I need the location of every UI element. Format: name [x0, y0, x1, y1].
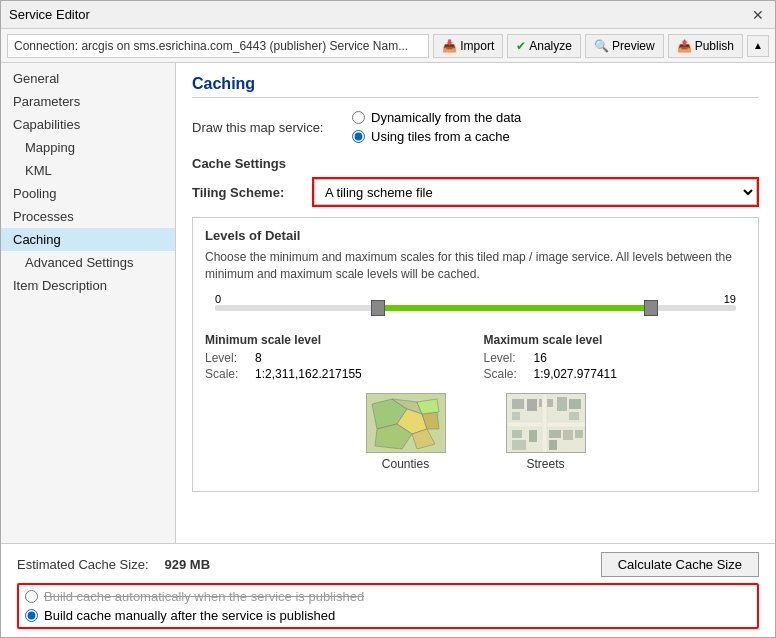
expand-button[interactable]: ▲	[747, 35, 769, 57]
max-scale-col: Maximum scale level Level: 16 Scale: 1:9…	[484, 333, 747, 383]
radio-dynamic-input[interactable]	[352, 111, 365, 124]
streets-label: Streets	[526, 457, 564, 471]
levels-title: Levels of Detail	[205, 228, 746, 243]
sidebar-item-advanced-settings[interactable]: Advanced Settings	[1, 251, 175, 274]
preview-row: Counties	[205, 393, 746, 471]
min-level-label: Level:	[205, 351, 255, 365]
svg-rect-22	[563, 430, 573, 440]
close-button[interactable]: ✕	[749, 6, 767, 24]
cache-size-label: Estimated Cache Size:	[17, 557, 149, 572]
radio-manual-build[interactable]: Build cache manually after the service i…	[25, 608, 751, 623]
content-area: Caching Draw this map service: Dynamical…	[176, 63, 775, 543]
radio-auto-input[interactable]	[25, 590, 38, 603]
slider-track	[215, 305, 736, 311]
cache-size-value: 929 MB	[165, 557, 211, 572]
max-level-value: 16	[534, 351, 547, 365]
sidebar-item-mapping[interactable]: Mapping	[1, 136, 175, 159]
sidebar-item-general[interactable]: General	[1, 67, 175, 90]
counties-thumbnail	[366, 393, 446, 453]
svg-rect-10	[512, 412, 520, 420]
max-level-field: Level: 16	[484, 351, 747, 365]
cache-settings-title: Cache Settings	[192, 156, 759, 171]
max-scale-title: Maximum scale level	[484, 333, 747, 347]
sidebar-item-kml[interactable]: KML	[1, 159, 175, 182]
cache-size-row: Estimated Cache Size: 929 MB Calculate C…	[17, 552, 759, 577]
calculate-cache-button[interactable]: Calculate Cache Size	[601, 552, 759, 577]
svg-rect-19	[512, 440, 526, 450]
slider-min-label: 0	[215, 293, 221, 305]
analyze-icon: ✔	[516, 39, 526, 53]
tiling-scheme-row: Tiling Scheme: A tiling scheme file	[192, 177, 759, 207]
svg-rect-13	[557, 397, 567, 411]
svg-rect-11	[527, 399, 537, 411]
window-title: Service Editor	[9, 7, 90, 22]
tiling-select-wrapper: A tiling scheme file	[312, 177, 759, 207]
svg-rect-20	[529, 430, 537, 442]
publish-button[interactable]: 📤 Publish	[668, 34, 743, 58]
svg-rect-23	[575, 430, 583, 438]
max-level-label: Level:	[484, 351, 534, 365]
preview-counties: Counties	[366, 393, 446, 471]
scale-slider[interactable]: 0 19	[205, 293, 746, 323]
sidebar-item-capabilities[interactable]: Capabilities	[1, 113, 175, 136]
slider-max-label: 19	[724, 293, 736, 305]
radio-dynamic[interactable]: Dynamically from the data	[352, 110, 521, 125]
radio-auto-build[interactable]: Build cache automatically when the servi…	[25, 589, 751, 604]
preview-button[interactable]: 🔍 Preview	[585, 34, 664, 58]
draw-service-radio-group: Dynamically from the data Using tiles fr…	[352, 110, 521, 144]
slider-thumb-min[interactable]	[371, 300, 385, 316]
sidebar-item-item-description[interactable]: Item Description	[1, 274, 175, 297]
min-scale-field: Scale: 1:2,311,162.217155	[205, 367, 468, 381]
levels-section: Levels of Detail Choose the minimum and …	[192, 217, 759, 492]
svg-rect-14	[569, 399, 581, 409]
svg-rect-21	[549, 430, 561, 438]
radio-manual-input[interactable]	[25, 609, 38, 622]
cache-build-radio-group: Build cache automatically when the servi…	[17, 583, 759, 629]
max-scale-value: 1:9,027.977411	[534, 367, 617, 381]
min-scale-title: Minimum scale level	[205, 333, 468, 347]
draw-service-label: Draw this map service:	[192, 120, 352, 135]
publish-icon: 📤	[677, 39, 692, 53]
preview-icon: 🔍	[594, 39, 609, 53]
streets-thumbnail	[506, 393, 586, 453]
sidebar-item-caching[interactable]: Caching	[1, 228, 175, 251]
min-level-value: 8	[255, 351, 262, 365]
svg-rect-9	[512, 399, 524, 409]
connection-info: Connection: arcgis on sms.esrichina.com_…	[7, 34, 429, 58]
levels-desc: Choose the minimum and maximum scales fo…	[205, 249, 746, 283]
counties-label: Counties	[382, 457, 429, 471]
radio-tiles[interactable]: Using tiles from a cache	[352, 129, 521, 144]
analyze-button[interactable]: ✔ Analyze	[507, 34, 581, 58]
bottom-bar: Estimated Cache Size: 929 MB Calculate C…	[1, 543, 775, 637]
min-scale-col: Minimum scale level Level: 8 Scale: 1:2,…	[205, 333, 468, 383]
sidebar-item-processes[interactable]: Processes	[1, 205, 175, 228]
svg-rect-17	[542, 394, 547, 453]
slider-thumb-max[interactable]	[644, 300, 658, 316]
import-button[interactable]: 📥 Import	[433, 34, 503, 58]
sidebar: General Parameters Capabilities Mapping …	[1, 63, 176, 543]
toolbar: Connection: arcgis on sms.esrichina.com_…	[1, 29, 775, 63]
slider-fill	[371, 305, 658, 311]
tiling-scheme-label: Tiling Scheme:	[192, 185, 312, 200]
title-bar: Service Editor ✕	[1, 1, 775, 29]
tiling-scheme-select[interactable]: A tiling scheme file	[314, 179, 757, 205]
min-scale-value: 1:2,311,162.217155	[255, 367, 362, 381]
radio-tiles-input[interactable]	[352, 130, 365, 143]
sidebar-item-pooling[interactable]: Pooling	[1, 182, 175, 205]
min-scale-label: Scale:	[205, 367, 255, 381]
section-title: Caching	[192, 75, 759, 98]
streets-svg	[507, 394, 586, 453]
import-icon: 📥	[442, 39, 457, 53]
max-scale-label: Scale:	[484, 367, 534, 381]
scale-row: Minimum scale level Level: 8 Scale: 1:2,…	[205, 333, 746, 383]
svg-rect-15	[569, 412, 579, 420]
sidebar-item-parameters[interactable]: Parameters	[1, 90, 175, 113]
counties-svg	[367, 394, 446, 453]
max-scale-field: Scale: 1:9,027.977411	[484, 367, 747, 381]
preview-streets: Streets	[506, 393, 586, 471]
service-editor-window: Service Editor ✕ Connection: arcgis on s…	[0, 0, 776, 638]
svg-rect-18	[512, 430, 522, 438]
main-content: General Parameters Capabilities Mapping …	[1, 63, 775, 543]
svg-rect-24	[549, 440, 557, 450]
min-level-field: Level: 8	[205, 351, 468, 365]
